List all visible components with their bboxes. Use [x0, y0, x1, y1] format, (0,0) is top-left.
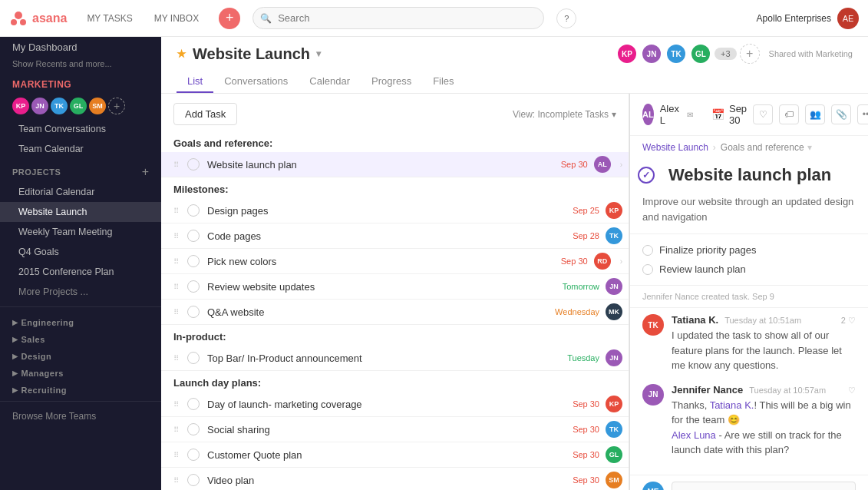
tab-list[interactable]: List [177, 71, 213, 93]
task-row[interactable]: ⠿ Design pages Sep 25 KP [161, 198, 629, 223]
comment-likes-1[interactable]: 2 ♡ [841, 316, 856, 326]
task-date: Tomorrow [563, 282, 599, 291]
sidebar-project-weekly[interactable]: Weekly Team Meeting [0, 222, 161, 242]
sidebar-group-design[interactable]: ▶Design [0, 346, 161, 363]
mention-tatiana[interactable]: Tatiana K. [710, 399, 754, 411]
add-member-project-button[interactable]: + [740, 44, 760, 64]
expand-arrow-icon[interactable]: › [620, 257, 622, 266]
sidebar-project-conference[interactable]: 2015 Conference Plan [0, 262, 161, 282]
heart-action-button[interactable]: ♡ [753, 104, 773, 124]
breadcrumb-section: Goals and reference [721, 142, 804, 153]
comment-input[interactable] [672, 482, 856, 491]
chevron-icon: ▶ [12, 319, 18, 326]
sidebar-group-recruiting[interactable]: ▶Recruiting [0, 379, 161, 396]
chevron-icon: ▶ [12, 369, 18, 377]
calendar-icon[interactable]: 📅 [711, 108, 724, 121]
task-row[interactable]: ⠿ Video plan Sep 30 SM [161, 468, 629, 490]
task-checkbox[interactable] [187, 255, 200, 267]
task-row[interactable]: ⠿ Sep 30 AL › [161, 152, 629, 177]
task-name: Q&A website [207, 306, 555, 318]
subtask-row[interactable]: Finalize priority pages [642, 240, 856, 260]
more-members-badge[interactable]: +3 [715, 48, 737, 60]
tag-action-button[interactable]: 🏷 [779, 104, 799, 124]
sidebar-project-q4[interactable]: Q4 Goals [0, 242, 161, 262]
task-checkbox[interactable] [187, 449, 200, 461]
subtask-checkbox[interactable] [642, 264, 653, 275]
task-checkbox[interactable] [187, 280, 200, 293]
drag-handle: ⠿ [173, 354, 183, 363]
breadcrumb-project-link[interactable]: Website Launch [642, 142, 708, 153]
sidebar-item-dashboard[interactable]: My Dashboard [0, 37, 161, 58]
breadcrumb-dropdown-icon[interactable]: ▾ [807, 142, 812, 153]
add-member-button[interactable]: + [108, 98, 125, 114]
breadcrumb-section-area: Goals and reference ▾ [721, 142, 812, 153]
task-checkbox[interactable] [187, 474, 200, 486]
task-row[interactable]: ⠿ Top Bar/ In-Product announcement Tuesd… [161, 346, 629, 371]
breadcrumb: Website Launch › Goals and reference ▾ [630, 136, 868, 159]
task-row[interactable]: ⠿ Review website updates Tomorrow JN [161, 274, 629, 300]
help-button[interactable]: ? [556, 8, 576, 28]
more-action-button[interactable]: ••• [857, 104, 868, 124]
sidebar-group-sales[interactable]: ▶Sales [0, 329, 161, 346]
member-avatar-4: GL [70, 98, 87, 114]
drag-handle: ⠿ [173, 207, 183, 215]
subtask-row[interactable]: Review launch plan [642, 260, 856, 279]
asana-logo: asana [9, 9, 67, 28]
tab-progress[interactable]: Progress [361, 71, 422, 93]
task-row[interactable]: ⠿ Day of launch- marketing coverage Sep … [161, 392, 629, 417]
sidebar-show-recents[interactable]: Show Recents and more... [0, 58, 161, 73]
expand-arrow-icon[interactable]: › [620, 161, 622, 169]
attach-action-button[interactable]: 📎 [831, 104, 851, 124]
tab-calendar[interactable]: Calendar [299, 71, 361, 93]
task-checkbox[interactable] [187, 204, 200, 217]
comment-likes-2[interactable]: ♡ [848, 386, 856, 396]
task-checkbox[interactable] [187, 423, 200, 435]
asana-logo-icon [9, 9, 28, 28]
task-name: Top Bar/ In-Product announcement [207, 353, 567, 364]
add-project-button[interactable]: + [142, 165, 149, 179]
task-date: Sep 30 [573, 399, 599, 409]
tab-conversations[interactable]: Conversations [213, 71, 299, 93]
followers-action-button[interactable]: 👥 [805, 104, 825, 124]
sidebar-project-website[interactable]: Website Launch [0, 202, 161, 222]
task-row[interactable]: ⠿ Pick new colors Sep 30 RD › [161, 249, 629, 274]
star-icon[interactable]: ★ [177, 48, 186, 60]
detail-title-area: ✓ Website launch plan [630, 159, 868, 188]
task-avatar: JN [606, 349, 622, 366]
task-date: Sep 30 [561, 160, 588, 169]
my-tasks-link[interactable]: MY TASKS [79, 10, 140, 27]
view-selector[interactable]: View: Incomplete Tasks ▾ [513, 109, 616, 120]
sidebar-group-engineering[interactable]: ▶Engineering [0, 312, 161, 329]
task-checkbox[interactable] [187, 352, 200, 364]
search-input[interactable] [252, 7, 544, 29]
comment-author-2: Jennifer Nance [672, 384, 743, 396]
my-inbox-link[interactable]: MY INBOX [147, 10, 206, 27]
sidebar-project-editorial[interactable]: Editorial Calendar [0, 182, 161, 202]
detail-title-checkbox[interactable]: ✓ [638, 167, 655, 184]
add-button[interactable]: + [219, 8, 240, 29]
drag-handle: ⠿ [173, 451, 183, 459]
task-row[interactable]: ⠿ Q&A website Wednesday MK [161, 300, 629, 325]
tab-files[interactable]: Files [422, 71, 464, 93]
title-dropdown-icon[interactable]: ▾ [316, 48, 321, 59]
mention-alex[interactable]: Alex Luna [672, 429, 716, 441]
sidebar-group-managers[interactable]: ▶Managers [0, 363, 161, 379]
task-checkbox[interactable] [187, 398, 200, 410]
task-checkbox[interactable] [187, 230, 200, 242]
task-row[interactable]: ⠿ Customer Quote plan Sep 30 GL [161, 442, 629, 468]
task-name: Pick new colors [207, 256, 561, 267]
task-row[interactable]: ⠿ Social sharing Sep 30 TK [161, 417, 629, 442]
user-avatar[interactable]: AE [837, 8, 859, 29]
subtask-checkbox[interactable] [642, 245, 653, 256]
main-layout: My Dashboard Show Recents and more... Ma… [0, 37, 868, 490]
sidebar-browse-teams[interactable]: Browse More Teams [0, 406, 161, 426]
sidebar-team-conversations[interactable]: Team Conversations [0, 119, 161, 139]
task-checkbox[interactable] [187, 306, 200, 318]
task-checkbox[interactable] [187, 158, 200, 171]
sidebar-more-projects[interactable]: More Projects ... [0, 282, 161, 302]
task-row[interactable]: ⠿ Code pages Sep 28 TK [161, 223, 629, 249]
task-name-input[interactable] [207, 159, 561, 171]
section-inproduct: In-product: [161, 325, 629, 346]
sidebar-team-calendar[interactable]: Team Calendar [0, 139, 161, 159]
add-task-button[interactable]: Add Task [173, 103, 237, 125]
